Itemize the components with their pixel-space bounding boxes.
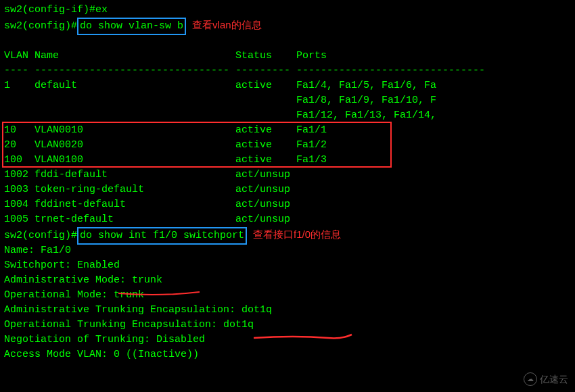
switchport-oper-mode: Operational Mode: trunk — [4, 288, 571, 303]
annotation-vlan-info: 查看vlan的信息 — [192, 19, 262, 30]
table-row: Fa1/12, Fa1/13, Fa1/14, — [4, 108, 571, 123]
switchport-oper-trunk-encap: Operational Trunking Encapsulation: dot1… — [4, 318, 571, 333]
watermark: ☁ 亿速云 — [524, 372, 568, 387]
table-divider: ---- -------------------------------- --… — [4, 64, 571, 78]
switchport-admin-mode: Administrative Mode: trunk — [4, 273, 571, 288]
command-highlight-box: do show vlan-sw b — [77, 18, 186, 35]
terminal-line: sw2(config)#do show int f1/0 switchport … — [4, 227, 571, 243]
cloud-icon: ☁ — [524, 372, 537, 386]
switchport-enabled: Switchport: Enabled — [4, 258, 571, 273]
highlight-box-vlans — [2, 122, 392, 168]
switchport-admin-trunk-encap: Administrative Trunking Encapsulation: d… — [4, 303, 571, 318]
table-row: 1005 trnet-default act/unsup — [4, 212, 571, 227]
switchport-access-vlan: Access Mode VLAN: 0 ((Inactive)) — [4, 347, 571, 362]
table-row: 1 default active Fa1/4, Fa1/5, Fa1/6, Fa — [4, 78, 571, 93]
strike-dot1q — [254, 331, 355, 345]
underline-admin-mode — [118, 291, 200, 297]
terminal-blank — [4, 34, 571, 49]
command-highlight-box: do show int f1/0 switchport — [77, 227, 247, 245]
table-row: Fa1/8, Fa1/9, Fa1/10, F — [4, 93, 571, 108]
annotation-interface-info: 查看接口f1/0的信息 — [253, 228, 341, 240]
table-row: 1002 fddi-default act/unsup — [4, 168, 571, 182]
table-row: 1004 fddinet-default act/unsup — [4, 197, 571, 212]
switchport-name: Name: Fa1/0 — [4, 243, 571, 258]
watermark-text: 亿速云 — [540, 372, 568, 387]
table-row: 1003 token-ring-default act/unsup — [4, 182, 571, 197]
table-header: VLAN Name Status Ports — [4, 49, 571, 64]
terminal-line: sw2(config-if)#ex — [4, 3, 571, 18]
terminal-line: sw2(config)#do show vlan-sw b 查看vlan的信息 — [4, 18, 571, 34]
prompt: sw2(config)# — [4, 20, 77, 32]
prompt: sw2(config)# — [4, 230, 77, 241]
